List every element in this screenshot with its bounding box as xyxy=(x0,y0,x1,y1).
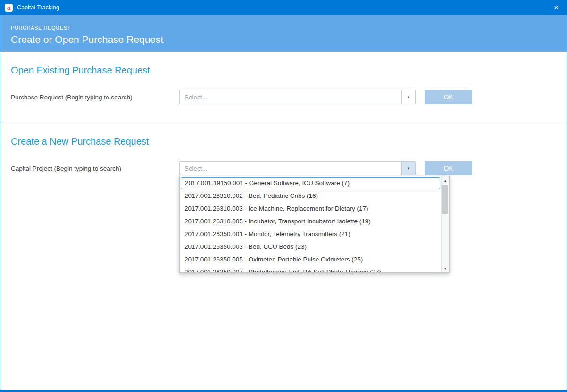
capital-project-label: Capital Project (Begin typing to search) xyxy=(11,165,121,172)
open-existing-heading: Open Existing Purchase Request xyxy=(11,65,150,76)
dropdown-item[interactable]: 2017.001.26350.005 - Oximeter, Portable … xyxy=(180,253,441,266)
chevron-down-icon[interactable]: ▼ xyxy=(401,162,415,175)
open-ok-button[interactable]: OK xyxy=(425,90,472,104)
page-title: Create or Open Purchase Request xyxy=(11,34,567,45)
section-divider xyxy=(0,122,567,122)
scrollbar-thumb[interactable] xyxy=(442,185,448,214)
capital-project-combobox[interactable]: ▼ xyxy=(179,161,416,175)
scroll-up-icon[interactable]: ▲ xyxy=(442,177,449,184)
window-title: Capital Tracking xyxy=(17,4,59,11)
capital-project-dropdown: 2017.001.19150.001 - General Software, I… xyxy=(179,176,450,273)
dropdown-item[interactable]: 2017.001.26350.001 - Monitor, Telemetry … xyxy=(180,228,441,240)
dropdown-item[interactable]: 2017.001.26310.005 - Incubator, Transpor… xyxy=(180,215,441,228)
purchase-request-input[interactable] xyxy=(180,90,400,104)
app-logo-icon: a xyxy=(5,4,13,12)
header-eyebrow: PURCHASE REQUEST xyxy=(11,25,567,31)
dropdown-item[interactable]: 2017.001.26350.007 - Phototherapy Unit, … xyxy=(180,266,441,272)
titlebar: a Capital Tracking ✕ xyxy=(0,0,567,15)
dropdown-item[interactable]: 2017.001.26310.003 - Ice Machine, Replac… xyxy=(180,202,441,215)
dropdown-item[interactable]: 2017.001.19150.001 - General Software, I… xyxy=(181,177,440,189)
scroll-down-icon[interactable]: ▼ xyxy=(442,264,449,272)
purchase-request-combobox[interactable]: ▼ xyxy=(179,90,416,104)
dropdown-item[interactable]: 2017.001.26350.003 - Bed, CCU Beds (23) xyxy=(180,240,441,253)
close-icon[interactable]: ✕ xyxy=(545,0,567,15)
page-header: PURCHASE REQUEST Create or Open Purchase… xyxy=(0,15,567,52)
create-ok-button[interactable]: OK xyxy=(425,161,472,175)
create-new-heading: Create a New Purchase Request xyxy=(11,136,149,147)
purchase-request-label: Purchase Request (Begin typing to search… xyxy=(11,94,132,101)
chevron-down-icon[interactable]: ▼ xyxy=(401,90,415,104)
dropdown-scrollbar[interactable]: ▲ ▼ xyxy=(441,176,449,272)
window-bottom-edge xyxy=(0,390,567,392)
capital-project-input[interactable] xyxy=(180,162,400,175)
dropdown-item-list: 2017.001.19150.001 - General Software, I… xyxy=(180,176,441,272)
dropdown-item[interactable]: 2017.001.26310.002 - Bed, Pediatric Crib… xyxy=(180,189,441,202)
